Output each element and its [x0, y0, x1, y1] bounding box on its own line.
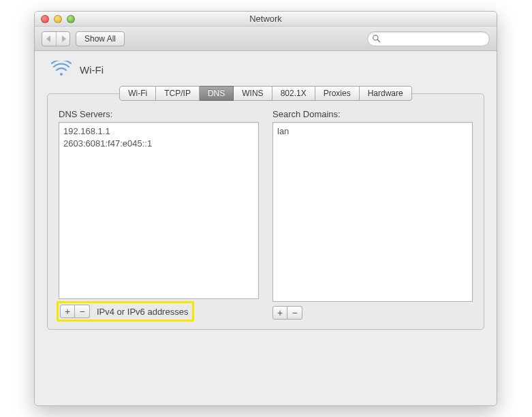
tab-wifi[interactable]: Wi-Fi: [119, 86, 156, 101]
search-field[interactable]: [367, 31, 490, 46]
tab-row: Wi-Fi TCP/IP DNS WINS 802.1X Proxies Har…: [47, 86, 484, 101]
tab-panel: DNS Servers: 192.168.1.1 2603:6081:f47:e…: [47, 93, 484, 330]
nav-back-button[interactable]: [42, 32, 56, 46]
search-domains-list[interactable]: lan: [272, 122, 473, 302]
tab-tcpip[interactable]: TCP/IP: [156, 86, 200, 101]
nav-forward-button[interactable]: [56, 32, 69, 46]
tab-proxies[interactable]: Proxies: [315, 86, 360, 101]
show-all-button[interactable]: Show All: [76, 31, 125, 46]
search-domains-column: Search Domains: lan + −: [272, 109, 473, 320]
dns-servers-label: DNS Servers:: [59, 109, 259, 119]
add-domain-button[interactable]: +: [272, 306, 287, 320]
list-item[interactable]: 192.168.1.1: [63, 125, 254, 138]
dns-servers-list[interactable]: 192.168.1.1 2603:6081:f47:e045::1: [59, 122, 259, 299]
tab-label: TCP/IP: [164, 89, 191, 98]
interface-name: Wi-Fi: [80, 64, 104, 76]
wifi-icon: [51, 61, 72, 79]
highlight-annotation: + − IPv4 or IPv6 addresses: [57, 301, 194, 322]
tab-label: Wi-Fi: [128, 89, 147, 98]
search-domains-label: Search Domains:: [272, 109, 473, 119]
nav-back-forward: [42, 31, 70, 46]
network-preferences-window: Network Show All: [34, 11, 497, 406]
tab-label: WINS: [242, 89, 263, 98]
tab-wins[interactable]: WINS: [234, 86, 272, 101]
interface-header: Wi-Fi: [47, 61, 484, 79]
titlebar: Network: [35, 12, 497, 27]
dns-hint: IPv4 or IPv6 addresses: [97, 307, 188, 317]
tab-hardware[interactable]: Hardware: [360, 86, 412, 101]
show-all-label: Show All: [84, 34, 116, 44]
tab-label: Proxies: [324, 89, 351, 98]
tab-label: Hardware: [368, 89, 403, 98]
add-dns-button[interactable]: +: [60, 305, 75, 318]
search-icon: [372, 34, 381, 43]
tab-label: DNS: [208, 89, 225, 98]
remove-domain-button[interactable]: −: [287, 306, 302, 320]
tab-dns[interactable]: DNS: [200, 86, 234, 101]
dns-servers-column: DNS Servers: 192.168.1.1 2603:6081:f47:e…: [59, 109, 259, 320]
window-title: Network: [35, 14, 497, 24]
svg-line-1: [377, 40, 379, 42]
toolbar: Show All: [35, 27, 497, 51]
search-input[interactable]: [384, 34, 485, 44]
tab-label: 802.1X: [281, 89, 307, 98]
list-item[interactable]: lan: [277, 125, 468, 138]
dns-plusminus: + −: [60, 305, 90, 318]
remove-dns-button[interactable]: −: [75, 305, 90, 318]
tab-8021x[interactable]: 802.1X: [272, 86, 315, 101]
list-item[interactable]: 2603:6081:f47:e045::1: [63, 138, 254, 150]
domains-plusminus: + −: [272, 306, 302, 320]
